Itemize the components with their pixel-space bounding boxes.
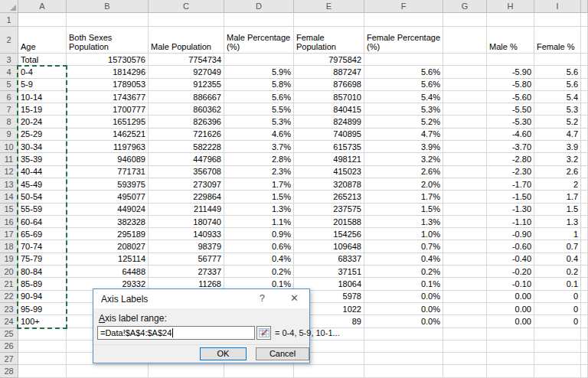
cell-D10[interactable]: 3.7%: [224, 141, 294, 153]
cell-A21[interactable]: 85-89: [18, 278, 67, 290]
cell-C7[interactable]: 860362: [149, 103, 224, 116]
cell-G9[interactable]: [443, 129, 487, 141]
cell-G3[interactable]: [443, 54, 487, 66]
cell-A19[interactable]: 75-79: [18, 253, 67, 266]
cell-I10[interactable]: 3.9: [534, 141, 581, 153]
cell-H26[interactable]: [487, 341, 534, 353]
cell-H11[interactable]: -2.80: [487, 153, 534, 165]
dialog-title-bar[interactable]: Axis Labels ? ✕: [93, 289, 309, 308]
cell-E11[interactable]: 498121: [294, 153, 364, 165]
cell-I26[interactable]: [534, 341, 581, 353]
cell-B17[interactable]: 295189: [67, 228, 149, 240]
row-header-8[interactable]: 8: [0, 116, 18, 128]
cell-E13[interactable]: 320878: [294, 178, 364, 191]
cell-A13[interactable]: 45-49: [18, 178, 67, 191]
row-header-12[interactable]: 12: [0, 166, 18, 178]
cancel-button[interactable]: Cancel: [256, 347, 309, 360]
cell-B9[interactable]: 1462521: [67, 129, 149, 141]
cell-G7[interactable]: [443, 103, 487, 116]
row-header-13[interactable]: 13: [0, 178, 18, 191]
cell-C18[interactable]: 98379: [149, 240, 224, 253]
cell-F6[interactable]: 5.4%: [364, 91, 443, 103]
help-icon[interactable]: ?: [260, 292, 265, 304]
cell-B18[interactable]: 208027: [67, 240, 149, 253]
cell-H28[interactable]: [487, 365, 534, 377]
cell-F10[interactable]: 3.9%: [364, 141, 443, 153]
cell-F14[interactable]: 1.7%: [364, 191, 443, 203]
cell-H24[interactable]: 0.00: [487, 315, 534, 327]
row-header-6[interactable]: 6: [0, 91, 18, 103]
cell-G11[interactable]: [443, 153, 487, 165]
cell-F28[interactable]: [364, 365, 443, 377]
cell-G10[interactable]: [443, 141, 487, 153]
cell-G27[interactable]: [443, 353, 487, 365]
row-header-18[interactable]: 18: [0, 240, 18, 253]
cell-F8[interactable]: 5.2%: [364, 116, 443, 128]
row-header-9[interactable]: 9: [0, 129, 18, 141]
cell-D20[interactable]: 0.2%: [224, 266, 294, 278]
cell-E5[interactable]: 876698: [294, 79, 364, 91]
cell-B3[interactable]: 15730576: [67, 54, 149, 66]
column-header-C[interactable]: C: [149, 0, 224, 13]
close-icon[interactable]: ✕: [290, 292, 299, 304]
column-header-F[interactable]: F: [364, 0, 443, 13]
cell-F16[interactable]: 1.3%: [364, 216, 443, 228]
cell-I3[interactable]: [534, 54, 581, 66]
cell-C19[interactable]: 56777: [149, 253, 224, 266]
cell-B11[interactable]: 946089: [67, 153, 149, 165]
cell-E7[interactable]: 840415: [294, 103, 364, 116]
cell-H25[interactable]: [487, 328, 534, 341]
cell-F1[interactable]: [364, 13, 443, 27]
cell-G20[interactable]: [443, 266, 487, 278]
cell-E12[interactable]: 415023: [294, 166, 364, 178]
cell-F25[interactable]: [364, 328, 443, 341]
cell-G22[interactable]: [443, 291, 487, 303]
cell-C16[interactable]: 180740: [149, 216, 224, 228]
cell-G18[interactable]: [443, 240, 487, 253]
cell-G6[interactable]: [443, 91, 487, 103]
cell-E16[interactable]: 201588: [294, 216, 364, 228]
row-header-2[interactable]: 2: [0, 27, 18, 54]
cell-I19[interactable]: 0.4: [534, 253, 581, 266]
row-header-4[interactable]: 4: [0, 66, 18, 78]
column-header-H[interactable]: H: [487, 0, 534, 13]
cell-H3[interactable]: [487, 54, 534, 66]
cell-C6[interactable]: 886667: [149, 91, 224, 103]
cell-H15[interactable]: -1.30: [487, 204, 534, 216]
cell-I12[interactable]: 2.6: [534, 166, 581, 178]
cell-C2[interactable]: Male Population: [149, 27, 224, 54]
cell-H8[interactable]: -5.30: [487, 116, 534, 128]
cell-I5[interactable]: 5.6: [534, 79, 581, 91]
cell-A12[interactable]: 40-44: [18, 166, 67, 178]
cell-I24[interactable]: 0: [534, 315, 581, 327]
cell-F12[interactable]: 2.6%: [364, 166, 443, 178]
cell-A3[interactable]: Total: [18, 54, 67, 66]
cell-B1[interactable]: [67, 13, 149, 27]
cell-F2[interactable]: Female Percentage (%): [364, 27, 443, 54]
cell-F11[interactable]: 3.2%: [364, 153, 443, 165]
cell-H5[interactable]: -5.80: [487, 79, 534, 91]
cell-B4[interactable]: 1814296: [67, 66, 149, 78]
cell-I4[interactable]: 5.6: [534, 66, 581, 78]
cell-E1[interactable]: [294, 13, 364, 27]
cell-I28[interactable]: [534, 365, 581, 377]
cell-B19[interactable]: 125114: [67, 253, 149, 266]
column-header-B[interactable]: B: [67, 0, 149, 13]
cell-E2[interactable]: Female Population: [294, 27, 364, 54]
cell-D8[interactable]: 5.3%: [224, 116, 294, 128]
cell-G15[interactable]: [443, 204, 487, 216]
cell-C28[interactable]: [149, 365, 224, 377]
cell-A5[interactable]: 5-9: [18, 79, 67, 91]
cell-E14[interactable]: 265213: [294, 191, 364, 203]
cell-I13[interactable]: 2: [534, 178, 581, 191]
cell-G5[interactable]: [443, 79, 487, 91]
cell-F3[interactable]: [364, 54, 443, 66]
row-header-19[interactable]: 19: [0, 253, 18, 266]
cell-D6[interactable]: 5.6%: [224, 91, 294, 103]
cell-F26[interactable]: [364, 341, 443, 353]
cell-A10[interactable]: 30-34: [18, 141, 67, 153]
cell-G28[interactable]: [443, 365, 487, 377]
cell-D15[interactable]: 1.3%: [224, 204, 294, 216]
row-header-1[interactable]: 1: [0, 13, 18, 27]
cell-F23[interactable]: 0.0%: [364, 303, 443, 315]
